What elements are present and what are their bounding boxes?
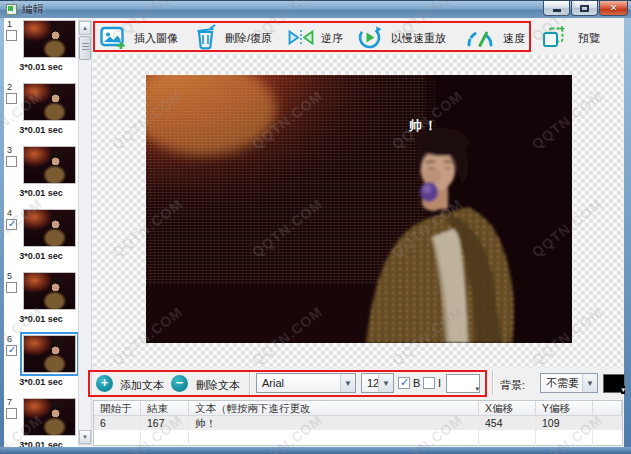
- table-header-row: 開始于 結束 文本（輕按兩下進行更改 X偏移 Y偏移: [94, 401, 622, 416]
- italic-checkbox[interactable]: [423, 377, 435, 389]
- preview-icon[interactable]: [541, 25, 566, 50]
- frame-checkbox[interactable]: [6, 408, 17, 419]
- frames-scrollbar[interactable]: ▲ ▼: [78, 20, 92, 445]
- preview-photo: [146, 75, 572, 343]
- bold-checkbox[interactable]: [398, 377, 410, 389]
- toolbar-separator: [249, 371, 251, 395]
- chevron-down-icon: ▼: [582, 374, 597, 392]
- background-color-swatch[interactable]: [603, 374, 625, 393]
- slow-replay-icon[interactable]: [357, 25, 382, 50]
- italic-label: I: [438, 377, 441, 389]
- column-header[interactable]: 結束: [141, 401, 189, 415]
- maximize-icon: [580, 5, 589, 12]
- column-header[interactable]: 開始于: [94, 401, 141, 415]
- frame-number: 5: [7, 271, 12, 281]
- frame-duration: 3*0.01 sec: [4, 314, 78, 324]
- minimize-icon: [553, 9, 561, 12]
- table-row[interactable]: 6 167 帅！ 454 109: [94, 416, 622, 430]
- frame-duration: 3*0.01 sec: [4, 440, 78, 447]
- column-header[interactable]: X偏移: [479, 401, 536, 415]
- table-empty-row: [94, 430, 622, 438]
- frame-item[interactable]: 1 3*0.01 sec: [4, 18, 78, 81]
- delete-text-icon[interactable]: −: [171, 375, 188, 392]
- font-family-value: Arial: [257, 377, 340, 389]
- frame-thumbnail[interactable]: [23, 146, 76, 184]
- column-header[interactable]: 文本（輕按兩下進行更改: [189, 401, 479, 415]
- maximize-button[interactable]: [571, 1, 598, 16]
- text-entries-table[interactable]: 開始于 結束 文本（輕按兩下進行更改 X偏移 Y偏移 6 167 帅！ 454 …: [93, 400, 623, 446]
- cell-x-offset: 454: [479, 416, 536, 430]
- insert-image-icon[interactable]: [100, 26, 127, 51]
- delete-restore-icon[interactable]: [194, 24, 218, 51]
- frame-checkbox[interactable]: [6, 93, 17, 104]
- frame-checkbox[interactable]: [6, 156, 17, 167]
- frame-duration: 3*0.01 sec: [4, 188, 78, 198]
- frame-number: 2: [7, 82, 12, 92]
- app-icon: [6, 4, 17, 15]
- background-label: 背景:: [500, 378, 525, 393]
- delete-text-button[interactable]: 刪除文本: [196, 378, 240, 393]
- cell-y-offset: 109: [536, 416, 593, 430]
- delete-restore-button[interactable]: 刪除/復原: [225, 31, 272, 46]
- preview-canvas[interactable]: 帅！: [93, 55, 623, 368]
- cell-end: 167: [141, 416, 189, 430]
- reverse-order-icon[interactable]: [287, 29, 315, 46]
- insert-image-button[interactable]: 插入圖像: [134, 31, 178, 46]
- window-border-right: [624, 18, 631, 447]
- speed-button[interactable]: 速度: [503, 31, 525, 46]
- frame-item[interactable]: 4 3*0.01 sec: [4, 207, 78, 270]
- title-bar[interactable]: 編輯 ✕: [0, 0, 631, 18]
- scroll-down-icon[interactable]: ▼: [79, 430, 91, 444]
- frame-item[interactable]: 3 3*0.01 sec: [4, 144, 78, 207]
- frame-thumbnail[interactable]: [23, 20, 76, 58]
- text-color-picker[interactable]: [446, 374, 480, 393]
- preview-button[interactable]: 預覽: [578, 31, 600, 46]
- frame-number: 1: [7, 19, 12, 29]
- frame-thumbnail[interactable]: [23, 335, 76, 373]
- frame-thumbnail[interactable]: [23, 209, 76, 247]
- frame-checkbox[interactable]: [6, 30, 17, 41]
- scroll-up-icon[interactable]: ▲: [79, 21, 91, 35]
- frame-item[interactable]: 2 3*0.01 sec: [4, 81, 78, 144]
- frame-number: 3: [7, 145, 12, 155]
- frame-thumbnail[interactable]: [23, 83, 76, 121]
- speed-gauge-icon[interactable]: [465, 27, 495, 48]
- window-border-bottom: [0, 447, 631, 454]
- frame-item[interactable]: 7 3*0.01 sec: [4, 396, 78, 447]
- background-select[interactable]: 不需要 ▼: [540, 373, 598, 393]
- frame-checkbox[interactable]: [6, 345, 17, 356]
- cell-text[interactable]: 帅！: [189, 416, 479, 430]
- close-button[interactable]: ✕: [599, 1, 628, 16]
- frames-panel: 1 3*0.01 sec 2 3*0.01 sec 3 3*0.01 sec 4…: [4, 18, 78, 447]
- background-value: 不需要: [541, 376, 582, 391]
- cell-start: 6: [94, 416, 141, 430]
- bold-label: B: [413, 377, 420, 389]
- frame-duration: 3*0.01 sec: [4, 125, 78, 135]
- font-size-select[interactable]: 12 ▼: [361, 373, 394, 393]
- frame-checkbox[interactable]: [6, 282, 17, 293]
- column-header[interactable]: Y偏移: [536, 401, 593, 415]
- reverse-order-button[interactable]: 逆序: [321, 31, 343, 46]
- add-text-icon[interactable]: +: [96, 375, 113, 392]
- scrollbar-thumb[interactable]: [79, 36, 91, 60]
- frame-duration: 3*0.01 sec: [4, 62, 78, 72]
- chevron-down-icon: ▼: [378, 374, 393, 392]
- slow-replay-button[interactable]: 以慢速重放: [391, 31, 446, 46]
- font-size-value: 12: [362, 377, 378, 389]
- column-header: [593, 401, 622, 415]
- frame-item[interactable]: 5 3*0.01 sec: [4, 270, 78, 333]
- frame-number: 6: [7, 334, 12, 344]
- frame-item[interactable]: 6 3*0.01 sec: [4, 333, 78, 396]
- table-empty-row: [94, 438, 622, 446]
- frame-thumbnail[interactable]: [23, 398, 76, 436]
- add-text-button[interactable]: 添加文本: [120, 378, 164, 393]
- frame-thumbnail[interactable]: [23, 272, 76, 310]
- minimize-button[interactable]: [543, 1, 570, 16]
- frame-checkbox[interactable]: [6, 219, 17, 230]
- window-title: 編輯: [22, 2, 44, 17]
- photo-caption-text[interactable]: 帅！: [409, 117, 439, 135]
- edit-dialog: 編輯 ✕ 1 3*0.01 sec 2 3*0.01 sec 3 3*0.01 …: [0, 0, 631, 454]
- font-family-select[interactable]: Arial ▼: [256, 373, 356, 393]
- frame-duration: 3*0.01 sec: [4, 377, 78, 387]
- frame-duration: 3*0.01 sec: [4, 251, 78, 261]
